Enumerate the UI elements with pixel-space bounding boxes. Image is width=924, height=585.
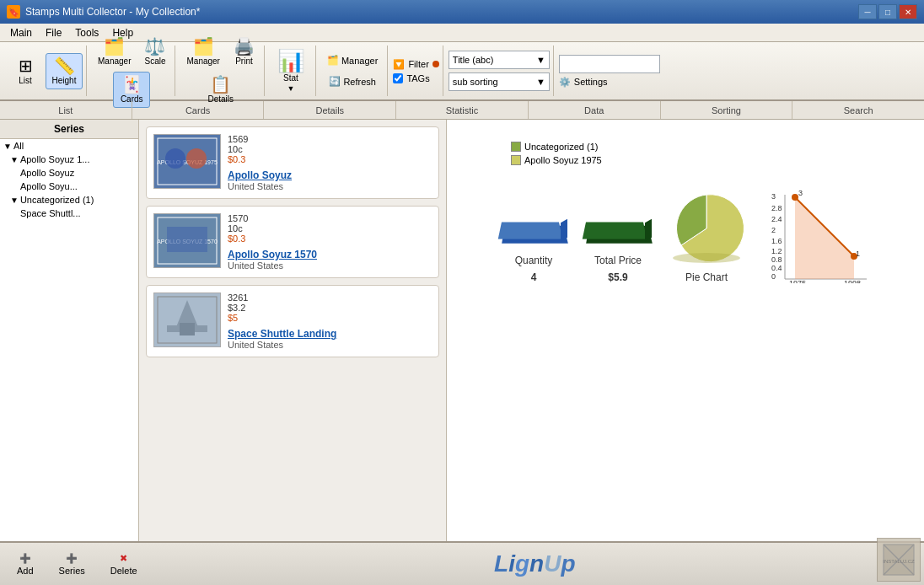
svg-rect-12: [180, 323, 195, 335]
add-icon: ➕: [19, 553, 31, 564]
card-title-1569[interactable]: Apollo Soyuz: [228, 169, 432, 181]
svg-text:2.4: 2.4: [771, 215, 782, 223]
add-label: Add: [17, 566, 34, 576]
card-country-3261: United States: [228, 340, 432, 350]
svg-point-4: [186, 148, 207, 169]
legend-label-apollo: Apollo Soyuz 1975: [524, 155, 602, 165]
legend-color-uncategorized: [511, 142, 521, 152]
logo-area: LignUp: [163, 550, 907, 577]
maximize-button[interactable]: □: [878, 4, 897, 19]
stats-panel: Uncategorized (1) Apollo Soyuz 1975 Quan…: [447, 120, 924, 541]
series-label: Series: [59, 566, 85, 576]
delete-label: Delete: [110, 566, 137, 576]
card-title-1570[interactable]: Apollo Soyuz 1570: [228, 249, 432, 260]
title-bar: 🔖 Stamps Multi Collector - My Collection…: [0, 0, 924, 24]
toolbar: ⊞ List 📏 Height 🗂️ Manager ⚖️ Scale: [0, 42, 924, 101]
svg-text:2: 2: [771, 226, 776, 234]
card-price-3261: $5: [228, 313, 432, 323]
toolbar-list-section: ⊞ List 📏 Height: [3, 46, 87, 96]
menu-main[interactable]: Main: [3, 25, 39, 40]
legend-color-apollo: [511, 155, 521, 165]
svg-point-29: [792, 194, 798, 201]
details-manager-icon: 🗂️: [193, 38, 214, 55]
sort-secondary-dropdown[interactable]: sub sorting ▼: [449, 72, 550, 91]
svg-text:1: 1: [856, 250, 860, 258]
add-button[interactable]: ➕ Add: [17, 553, 34, 576]
scale-icon: ⚖️: [144, 38, 165, 55]
card-country-1569: United States: [228, 181, 432, 191]
tree-item-space-shuttle[interactable]: Space Shuttl...: [0, 207, 138, 220]
stat-icon: 📊: [277, 50, 304, 72]
height-button[interactable]: 📏 Height: [46, 53, 83, 89]
ribbon-cards[interactable]: Cards: [132, 101, 265, 119]
tree-item-apollo-soyuz-sub1[interactable]: Apollo Soyuz: [0, 166, 138, 180]
tree-arrow-apollo: ▼: [10, 155, 19, 164]
svg-rect-14: [195, 325, 207, 332]
toolbar-stat-section: 📊 Stat ▼: [266, 46, 316, 96]
legend-uncategorized: Uncategorized (1): [511, 142, 602, 152]
quantity-value: 4: [531, 271, 537, 283]
scale-button[interactable]: ⚖️ Scale: [138, 34, 171, 70]
svg-text:3: 3: [798, 191, 803, 197]
card-number-1569: 1569: [228, 134, 432, 144]
svg-text:3: 3: [771, 192, 776, 201]
ribbon-list[interactable]: List: [0, 101, 132, 119]
card-image-1570: APOLLO SOYUZ 1570: [153, 213, 221, 268]
refresh-icon: 🔄: [329, 76, 341, 87]
series-header: Series: [0, 120, 138, 139]
tree-item-uncategorized[interactable]: ▼ Uncategorized (1): [0, 193, 138, 207]
sort-primary-arrow: ▼: [536, 55, 545, 65]
quantity-label: Quantity: [515, 255, 553, 266]
delete-icon: ✖: [120, 553, 127, 564]
sort-primary-dropdown[interactable]: Title (abc) ▼: [449, 51, 550, 69]
details-manager-button[interactable]: 🗂️ Manager: [180, 34, 225, 70]
list-button[interactable]: ⊞ List: [7, 53, 44, 89]
series-button[interactable]: ➕ Series: [59, 553, 85, 576]
menu-file[interactable]: File: [39, 25, 68, 40]
refresh-button[interactable]: 🔄 Refresh: [321, 72, 384, 91]
tree-item-apollo-soyuz[interactable]: ▼ Apollo Soyuz 1...: [0, 153, 138, 166]
search-input[interactable]: [559, 55, 660, 73]
svg-rect-13: [167, 325, 180, 332]
pie-chart-label: Pie Chart: [685, 271, 728, 283]
toolbar-data-section: 🗂️ Manager 🔄 Refresh: [318, 46, 388, 96]
cards-manager-button[interactable]: 🗂️ Manager: [92, 34, 137, 70]
tree-label-uncategorized: Uncategorized (1): [20, 195, 94, 205]
tags-checkbox[interactable]: [393, 73, 403, 83]
close-button[interactable]: ✕: [899, 4, 917, 19]
stat-button[interactable]: 📊 Stat ▼: [270, 46, 312, 97]
pie-chart-svg: [669, 191, 744, 266]
card-number-3261: 3261: [228, 292, 432, 303]
filter-label: Filter: [408, 59, 428, 69]
svg-text:1.2: 1.2: [771, 247, 782, 255]
ribbon-statistic[interactable]: Statistic: [396, 101, 529, 119]
card-space-shuttle[interactable]: 3261 $3.2 $5 Space Shuttle Landing Unite…: [146, 285, 439, 357]
svg-rect-8: [167, 227, 207, 252]
tree-label-space-shuttle: Space Shuttl...: [20, 208, 81, 218]
svg-text:2.8: 2.8: [771, 204, 782, 212]
tree-label-apollo-sub2: Apollo Soyu...: [20, 181, 78, 191]
ribbon-search[interactable]: Search: [792, 101, 924, 119]
settings-icon: ⚙️: [559, 77, 571, 88]
delete-button[interactable]: ✖ Delete: [110, 553, 137, 576]
cards-icon: 🃏: [121, 76, 142, 93]
card-apollo-soyuz-1570[interactable]: APOLLO SOYUZ 1570 1570 10c $0.3 Apollo S…: [146, 206, 439, 278]
card-apollo-soyuz-1569[interactable]: APOLLO SOYUZ 1975 1569 10c $0.3 Apollo S…: [146, 126, 439, 199]
minimize-button[interactable]: ─: [858, 4, 877, 19]
card-info-3261: 3261 $3.2 $5 Space Shuttle Landing Unite…: [228, 292, 432, 350]
data-manager-button[interactable]: 🗂️ Manager: [321, 51, 384, 70]
tree-item-apollo-soyuz-sub2[interactable]: Apollo Soyu...: [0, 180, 138, 193]
tree-arrow-all: ▼: [3, 142, 12, 151]
ribbon-sorting[interactable]: Sorting: [661, 101, 793, 119]
card-title-3261[interactable]: Space Shuttle Landing: [228, 328, 432, 340]
window-controls: ─ □ ✕: [858, 4, 917, 19]
svg-marker-27: [795, 197, 854, 279]
print-button[interactable]: 🖨️ Print: [228, 34, 261, 70]
window-title: Stamps Multi Collector - My Collection*: [25, 6, 858, 18]
stamp-image-3: [154, 293, 220, 346]
tree-item-all[interactable]: ▼ All: [0, 139, 138, 153]
ribbon-details[interactable]: Details: [264, 101, 396, 119]
ribbon-data[interactable]: Data: [529, 101, 661, 119]
toolbar-filter-section: 🔽 Filter TAGs: [389, 46, 443, 96]
sort-secondary-arrow: ▼: [536, 77, 545, 87]
